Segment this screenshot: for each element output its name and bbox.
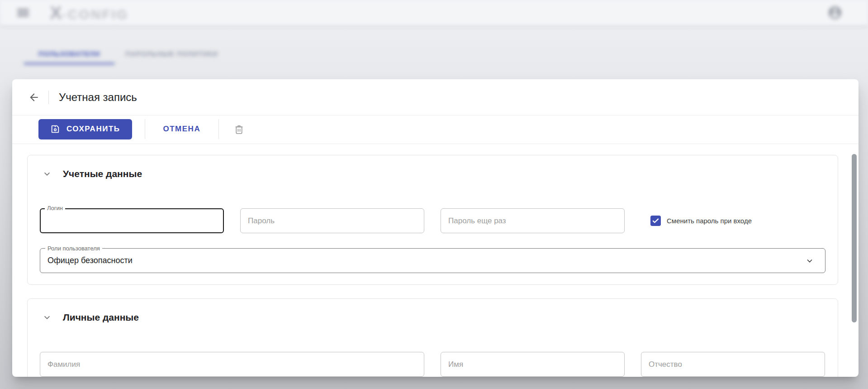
toolbar-divider <box>218 119 219 139</box>
section-title: Личные данные <box>63 312 139 323</box>
lastname-input[interactable] <box>40 352 424 377</box>
app-bar: X -CONFIG <box>0 0 868 25</box>
trash-icon <box>233 124 245 135</box>
chevron-down-icon <box>804 255 815 266</box>
section-personal-data: Личные данные <box>27 298 838 377</box>
credentials-row: Логин <box>40 208 825 233</box>
firstname-input[interactable] <box>441 352 625 377</box>
toolbar-divider <box>145 119 145 139</box>
roles-label: Роли пользователя <box>45 245 102 252</box>
delete-button[interactable] <box>232 122 247 137</box>
login-label: Логин <box>45 204 65 212</box>
tab-users[interactable]: ПОЛЬЗОВАТЕЛИ <box>24 43 114 64</box>
roles-row: Роли пользователя Офицер безопасности <box>40 248 825 273</box>
logo-x: X <box>50 3 62 23</box>
tab-bar: ПОЛЬЗОВАТЕЛИ ПАРОЛЬНЫЕ ПОЛИТИКИ <box>24 43 868 64</box>
change-password-checkbox[interactable] <box>650 216 661 226</box>
lastname-field <box>40 352 424 377</box>
password-repeat-input[interactable] <box>441 208 625 233</box>
change-password-checkbox-wrap[interactable]: Сменить пароль при входе <box>650 208 752 233</box>
app-logo: X -CONFIG <box>50 3 128 23</box>
password-repeat-field <box>441 208 625 233</box>
account-dialog: Учетная запись СОХРАНИТЬ ОТМЕНА <box>12 79 859 377</box>
back-button[interactable] <box>25 88 43 106</box>
name-row <box>40 352 825 377</box>
checkmark-icon <box>651 216 660 225</box>
change-password-label: Сменить пароль при входе <box>667 217 752 225</box>
section-account-header[interactable]: Учетные данные <box>40 168 825 180</box>
middlename-input[interactable] <box>641 352 825 377</box>
middlename-field <box>641 352 825 377</box>
save-button[interactable]: СОХРАНИТЬ <box>38 119 132 139</box>
menu-icon[interactable] <box>17 9 29 17</box>
chevron-down-icon <box>41 312 53 323</box>
cancel-button[interactable]: ОТМЕНА <box>158 120 206 138</box>
login-field: Логин <box>40 208 224 233</box>
logo-text: -CONFIG <box>62 7 129 22</box>
save-icon <box>50 124 60 134</box>
chevron-down-icon <box>41 168 53 180</box>
tab-password-policies[interactable]: ПАРОЛЬНЫЕ ПОЛИТИКИ <box>114 43 229 64</box>
account-circle-icon[interactable] <box>827 5 843 20</box>
section-personal-header[interactable]: Личные данные <box>40 312 825 323</box>
arrow-left-icon <box>28 91 40 103</box>
toolbar: СОХРАНИТЬ ОТМЕНА <box>12 115 859 144</box>
section-account-data: Учетные данные Логин <box>27 155 838 285</box>
scrollbar-thumb[interactable] <box>852 154 857 322</box>
password-input[interactable] <box>240 208 424 233</box>
dialog-content: Учетные данные Логин <box>12 144 859 376</box>
password-field <box>240 208 424 233</box>
roles-value: Офицер безопасности <box>47 256 133 265</box>
save-button-label: СОХРАНИТЬ <box>66 125 120 134</box>
section-title: Учетные данные <box>63 168 142 179</box>
dialog-header: Учетная запись <box>12 79 859 115</box>
roles-select[interactable]: Роли пользователя Офицер безопасности <box>40 248 825 273</box>
page-title: Учетная запись <box>59 91 137 104</box>
firstname-field <box>441 352 625 377</box>
login-input[interactable] <box>40 208 224 233</box>
header-divider <box>48 91 49 104</box>
